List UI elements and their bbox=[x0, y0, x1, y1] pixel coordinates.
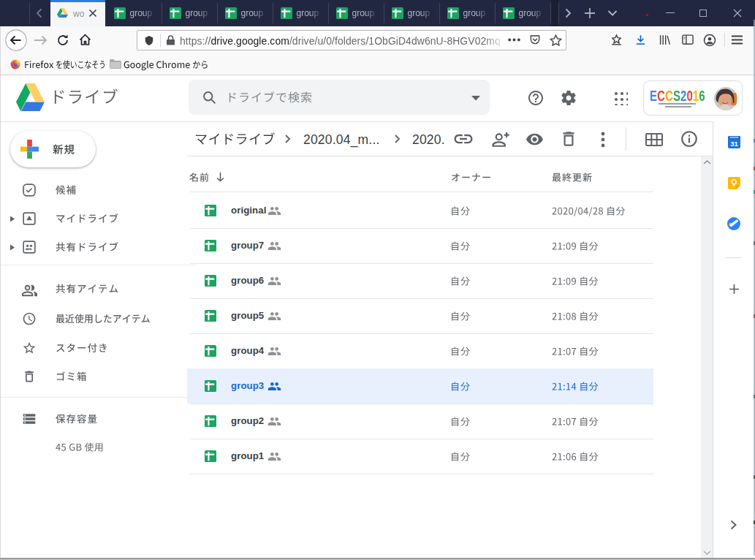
svg-text:31: 31 bbox=[730, 140, 738, 148]
